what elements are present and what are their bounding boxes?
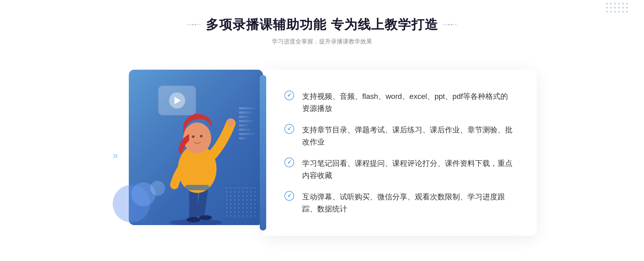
header-section: 多项录播课辅助功能 专为线上教学打造 学习进度全掌握，提升录播课教学效果 (188, 16, 456, 46)
svg-point-6 (199, 215, 212, 220)
checkmark-symbol-2: ✓ (287, 126, 292, 131)
svg-point-5 (186, 217, 200, 222)
checkmark-symbol-4: ✓ (287, 193, 292, 198)
main-title: 多项录播课辅助功能 专为线上教学打造 (206, 16, 438, 33)
page-wrapper: 多项录播课辅助功能 专为线上教学打造 学习进度全掌握，提升录播课教学效果 » (0, 0, 644, 261)
feature-item-3: ✓ 学习笔记回看、课程提问、课程评论打分、课件资料下载，重点内容收藏 (284, 158, 515, 182)
checkmark-symbol-3: ✓ (287, 159, 292, 165)
feature-item-4: ✓ 互动弹幕、试听购买、微信分享、观看次数限制、学习进度跟踪、数据统计 (284, 191, 515, 215)
features-card: ✓ 支持视频、音频、flash、word、excel、ppt、pdf等各种格式的… (263, 70, 537, 236)
left-decorator (188, 24, 200, 25)
feature-text-2: 支持章节目录、弹题考试、课后练习、课后作业、章节测验、批改作业 (302, 124, 515, 148)
check-icon-3: ✓ (284, 158, 294, 167)
feature-item-1: ✓ 支持视频、音频、flash、word、excel、ppt、pdf等各种格式的… (284, 91, 515, 115)
feature-item-2: ✓ 支持章节目录、弹题考试、课后练习、课后作业、章节测验、批改作业 (284, 124, 515, 148)
sub-title: 学习进度全掌握，提升录播课教学效果 (188, 38, 456, 46)
check-icon-2: ✓ (284, 124, 294, 134)
feature-text-1: 支持视频、音频、flash、word、excel、ppt、pdf等各种格式的资源… (302, 91, 515, 115)
illustration-side (107, 62, 274, 238)
svg-point-11 (200, 135, 203, 137)
svg-point-12 (227, 119, 235, 126)
checkmark-symbol-1: ✓ (287, 92, 292, 98)
feature-text-4: 互动弹幕、试听购买、微信分享、观看次数限制、学习进度跟踪、数据统计 (302, 191, 515, 215)
left-connecting-strip (260, 75, 266, 230)
check-icon-1: ✓ (284, 91, 294, 100)
svg-rect-13 (185, 185, 209, 190)
svg-point-10 (192, 135, 195, 138)
right-decorator (444, 24, 456, 25)
feature-text-3: 学习笔记回看、课程提问、课程评论打分、课件资料下载，重点内容收藏 (302, 158, 515, 182)
person-illustration (148, 91, 244, 225)
content-area: » (107, 62, 537, 249)
header-decorators: 多项录播课辅助功能 专为线上教学打造 (188, 16, 456, 33)
check-icon-4: ✓ (284, 191, 294, 201)
top-right-decoration (606, 3, 628, 13)
